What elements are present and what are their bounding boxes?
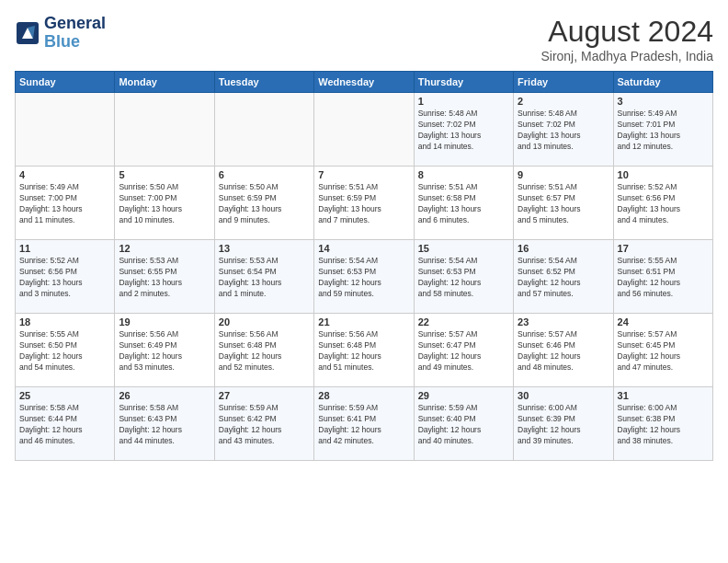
day-number: 13 [219,243,310,254]
day-header-tuesday: Tuesday [214,72,313,93]
calendar-week-row: 25Sunrise: 5:58 AM Sunset: 6:44 PM Dayli… [16,387,713,461]
day-detail: Sunrise: 5:51 AM Sunset: 6:57 PM Dayligh… [518,182,609,226]
day-detail: Sunrise: 5:56 AM Sunset: 6:48 PM Dayligh… [318,329,409,373]
day-number: 22 [418,316,509,327]
calendar-cell [214,93,313,167]
day-number: 23 [518,316,609,327]
calendar-cell: 17Sunrise: 5:55 AM Sunset: 6:51 PM Dayli… [613,240,712,314]
day-number: 1 [418,96,509,107]
day-number: 12 [119,243,210,254]
calendar-cell: 23Sunrise: 5:57 AM Sunset: 6:46 PM Dayli… [514,314,613,387]
day-number: 2 [518,96,609,107]
day-header-saturday: Saturday [613,72,712,93]
calendar-cell: 2Sunrise: 5:48 AM Sunset: 7:02 PM Daylig… [514,93,613,167]
day-detail: Sunrise: 5:51 AM Sunset: 6:59 PM Dayligh… [318,182,409,226]
calendar-cell: 1Sunrise: 5:48 AM Sunset: 7:02 PM Daylig… [414,93,513,167]
day-detail: Sunrise: 5:50 AM Sunset: 6:59 PM Dayligh… [219,182,310,226]
day-number: 31 [618,390,709,401]
calendar-body: 1Sunrise: 5:48 AM Sunset: 7:02 PM Daylig… [16,93,713,461]
day-detail: Sunrise: 5:52 AM Sunset: 6:56 PM Dayligh… [19,256,110,300]
calendar-cell: 4Sunrise: 5:49 AM Sunset: 7:00 PM Daylig… [16,167,115,240]
day-number: 24 [618,316,709,327]
day-header-friday: Friday [514,72,613,93]
logo-icon [15,20,40,46]
calendar-week-row: 1Sunrise: 5:48 AM Sunset: 7:02 PM Daylig… [16,93,713,167]
day-number: 6 [219,169,310,180]
logo: General Blue [15,15,106,52]
day-number: 19 [119,316,210,327]
calendar-cell [16,93,115,167]
day-number: 5 [119,169,210,180]
calendar-week-row: 18Sunrise: 5:55 AM Sunset: 6:50 PM Dayli… [16,314,713,387]
day-detail: Sunrise: 5:57 AM Sunset: 6:45 PM Dayligh… [618,329,709,373]
calendar-cell: 13Sunrise: 5:53 AM Sunset: 6:54 PM Dayli… [214,240,313,314]
day-detail: Sunrise: 5:48 AM Sunset: 7:02 PM Dayligh… [418,109,509,153]
calendar-cell: 19Sunrise: 5:56 AM Sunset: 6:49 PM Dayli… [115,314,214,387]
day-detail: Sunrise: 5:56 AM Sunset: 6:49 PM Dayligh… [119,329,210,373]
day-detail: Sunrise: 5:58 AM Sunset: 6:44 PM Dayligh… [19,403,110,447]
location: Sironj, Madhya Pradesh, India [540,49,713,63]
calendar-cell: 12Sunrise: 5:53 AM Sunset: 6:55 PM Dayli… [115,240,214,314]
day-detail: Sunrise: 5:56 AM Sunset: 6:48 PM Dayligh… [219,329,310,373]
calendar-cell: 24Sunrise: 5:57 AM Sunset: 6:45 PM Dayli… [613,314,712,387]
day-detail: Sunrise: 5:54 AM Sunset: 6:53 PM Dayligh… [418,256,509,300]
day-number: 27 [219,390,310,401]
day-header-thursday: Thursday [414,72,513,93]
calendar-cell: 31Sunrise: 6:00 AM Sunset: 6:38 PM Dayli… [613,387,712,461]
day-number: 15 [418,243,509,254]
day-number: 17 [618,243,709,254]
day-detail: Sunrise: 5:57 AM Sunset: 6:46 PM Dayligh… [518,329,609,373]
day-detail: Sunrise: 5:59 AM Sunset: 6:42 PM Dayligh… [219,403,310,447]
day-number: 7 [318,169,409,180]
day-detail: Sunrise: 5:53 AM Sunset: 6:55 PM Dayligh… [119,256,210,300]
day-detail: Sunrise: 5:54 AM Sunset: 6:53 PM Dayligh… [318,256,409,300]
calendar-cell: 5Sunrise: 5:50 AM Sunset: 7:00 PM Daylig… [115,167,214,240]
calendar-week-row: 4Sunrise: 5:49 AM Sunset: 7:00 PM Daylig… [16,167,713,240]
calendar-cell: 10Sunrise: 5:52 AM Sunset: 6:56 PM Dayli… [613,167,712,240]
day-detail: Sunrise: 5:58 AM Sunset: 6:43 PM Dayligh… [119,403,210,447]
calendar-cell: 27Sunrise: 5:59 AM Sunset: 6:42 PM Dayli… [214,387,313,461]
calendar-cell: 16Sunrise: 5:54 AM Sunset: 6:52 PM Dayli… [514,240,613,314]
calendar-header-row: SundayMondayTuesdayWednesdayThursdayFrid… [16,72,713,93]
day-number: 10 [618,169,709,180]
calendar-cell: 18Sunrise: 5:55 AM Sunset: 6:50 PM Dayli… [16,314,115,387]
day-number: 11 [19,243,110,254]
calendar-cell: 7Sunrise: 5:51 AM Sunset: 6:59 PM Daylig… [314,167,414,240]
calendar-cell: 21Sunrise: 5:56 AM Sunset: 6:48 PM Dayli… [314,314,414,387]
day-detail: Sunrise: 5:53 AM Sunset: 6:54 PM Dayligh… [219,256,310,300]
logo-text: General Blue [44,15,106,52]
day-number: 21 [318,316,409,327]
month-year: August 2024 [540,15,713,49]
day-number: 29 [418,390,509,401]
day-detail: Sunrise: 5:50 AM Sunset: 7:00 PM Dayligh… [119,182,210,226]
day-number: 8 [418,169,509,180]
day-header-monday: Monday [115,72,214,93]
calendar-cell: 29Sunrise: 5:59 AM Sunset: 6:40 PM Dayli… [414,387,513,461]
day-number: 3 [618,96,709,107]
day-detail: Sunrise: 6:00 AM Sunset: 6:39 PM Dayligh… [518,403,609,447]
day-number: 20 [219,316,310,327]
day-number: 30 [518,390,609,401]
calendar-cell: 11Sunrise: 5:52 AM Sunset: 6:56 PM Dayli… [16,240,115,314]
calendar-cell: 8Sunrise: 5:51 AM Sunset: 6:58 PM Daylig… [414,167,513,240]
calendar-table: SundayMondayTuesdayWednesdayThursdayFrid… [15,71,713,461]
calendar-cell: 6Sunrise: 5:50 AM Sunset: 6:59 PM Daylig… [214,167,313,240]
calendar-cell: 3Sunrise: 5:49 AM Sunset: 7:01 PM Daylig… [613,93,712,167]
calendar-cell: 15Sunrise: 5:54 AM Sunset: 6:53 PM Dayli… [414,240,513,314]
calendar-cell: 20Sunrise: 5:56 AM Sunset: 6:48 PM Dayli… [214,314,313,387]
day-number: 26 [119,390,210,401]
day-detail: Sunrise: 5:48 AM Sunset: 7:02 PM Dayligh… [518,109,609,153]
calendar-cell: 30Sunrise: 6:00 AM Sunset: 6:39 PM Dayli… [514,387,613,461]
calendar-cell: 28Sunrise: 5:59 AM Sunset: 6:41 PM Dayli… [314,387,414,461]
day-detail: Sunrise: 5:49 AM Sunset: 7:00 PM Dayligh… [19,182,110,226]
day-detail: Sunrise: 5:57 AM Sunset: 6:47 PM Dayligh… [418,329,509,373]
calendar-cell [314,93,414,167]
day-detail: Sunrise: 5:59 AM Sunset: 6:40 PM Dayligh… [418,403,509,447]
day-number: 4 [19,169,110,180]
header: General Blue August 2024 Sironj, Madhya … [15,15,713,63]
day-detail: Sunrise: 5:51 AM Sunset: 6:58 PM Dayligh… [418,182,509,226]
day-number: 28 [318,390,409,401]
day-number: 16 [518,243,609,254]
calendar-cell: 26Sunrise: 5:58 AM Sunset: 6:43 PM Dayli… [115,387,214,461]
calendar-cell: 14Sunrise: 5:54 AM Sunset: 6:53 PM Dayli… [314,240,414,314]
